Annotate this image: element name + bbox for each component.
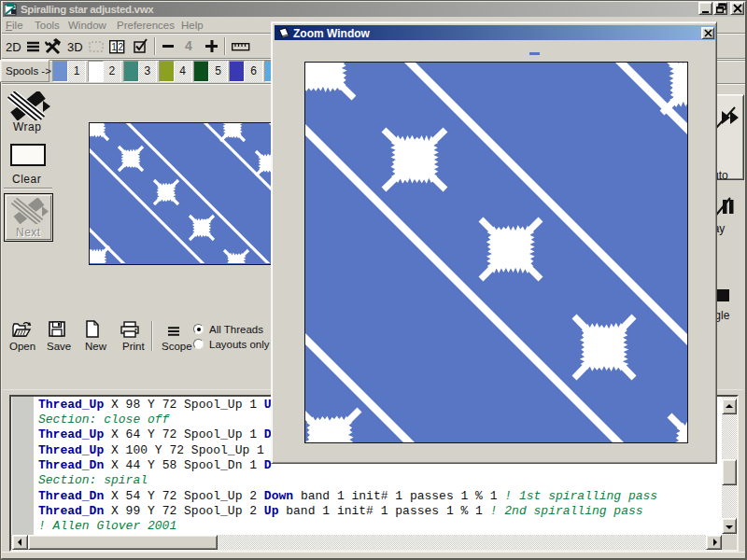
svg-text:2: 2 [119,42,124,52]
svg-text:1: 1 [111,42,117,52]
